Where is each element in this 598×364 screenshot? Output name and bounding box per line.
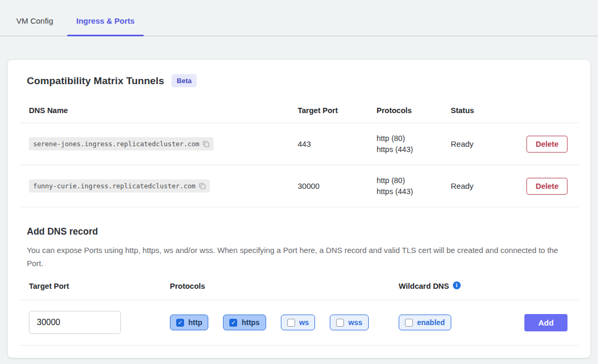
protocol-line: https (443) — [377, 186, 441, 197]
protocol-line: http (80) — [377, 175, 441, 186]
dns-name-text: funny-curie.ingress.replicatedcluster.co… — [33, 182, 196, 190]
table-row: serene-jones.ingress.replicatedcluster.c… — [19, 123, 579, 165]
table-header-row: DNS Name Target Port Protocols Status — [19, 98, 579, 123]
target-port-cell — [19, 311, 160, 334]
status-cell: Ready — [441, 139, 515, 148]
protocols-cell: http (80) https (443) — [367, 175, 441, 197]
protocol-checkbox-ws[interactable]: ws — [281, 315, 316, 330]
chip-label: wss — [348, 318, 362, 327]
dns-name-pill: serene-jones.ingress.replicatedcluster.c… — [29, 137, 214, 150]
protocol-checkbox-https[interactable]: https — [223, 315, 266, 330]
protocols-cell: http (80) https (443) — [367, 133, 441, 155]
dns-name-text: serene-jones.ingress.replicatedcluster.c… — [33, 140, 199, 148]
add-button[interactable]: Add — [524, 314, 567, 331]
table-row: funny-curie.ingress.replicatedcluster.co… — [19, 165, 579, 207]
card-header: Compatibility Matrix Tunnels Beta — [8, 60, 590, 87]
status-cell: Ready — [441, 181, 515, 190]
protocol-checkbox-http[interactable]: http — [170, 315, 208, 330]
checkbox-icon — [229, 319, 237, 327]
add-dns-form: Target Port Protocols Wildcard DNS i htt… — [19, 282, 579, 346]
tab-bar: VM Config Ingress & Ports — [0, 0, 598, 36]
dns-name-cell: funny-curie.ingress.replicatedcluster.co… — [19, 179, 288, 193]
dns-name-pill: funny-curie.ingress.replicatedcluster.co… — [29, 179, 210, 193]
checkbox-icon — [405, 319, 413, 327]
target-port-input[interactable] — [29, 311, 121, 334]
protocol-line: https (443) — [377, 144, 441, 155]
copy-icon[interactable] — [199, 183, 206, 189]
card-title: Compatibility Matrix Tunnels — [27, 75, 164, 87]
tunnels-table: DNS Name Target Port Protocols Status se… — [19, 98, 579, 207]
wildcard-dns-label: Wildcard DNS i — [389, 282, 569, 290]
target-port-cell: 443 — [288, 139, 367, 148]
checkbox-icon — [176, 319, 184, 327]
add-dns-record-description: You can expose Ports using http, https, … — [27, 244, 563, 270]
protocols-label: Protocols — [160, 282, 389, 290]
tunnels-card: Compatibility Matrix Tunnels Beta DNS Na… — [7, 59, 591, 358]
checkbox-icon — [287, 319, 295, 327]
protocol-checkbox-group: http https ws wss — [160, 315, 389, 330]
chip-label: enabled — [417, 318, 445, 327]
add-dns-record-title: Add DNS record — [27, 226, 571, 237]
form-labels-row: Target Port Protocols Wildcard DNS i — [19, 282, 579, 300]
column-header-target-port: Target Port — [288, 106, 367, 115]
wildcard-enabled-checkbox[interactable]: enabled — [399, 315, 451, 330]
protocol-checkbox-wss[interactable]: wss — [330, 315, 368, 330]
checkbox-icon — [336, 319, 344, 327]
chip-label: https — [241, 318, 259, 327]
dns-name-cell: serene-jones.ingress.replicatedcluster.c… — [19, 137, 288, 150]
chip-label: ws — [299, 318, 309, 327]
delete-button[interactable]: Delete — [526, 178, 567, 195]
form-inputs-row: http https ws wss enabled — [19, 300, 579, 346]
tab-vm-config[interactable]: VM Config — [7, 16, 62, 36]
target-port-label: Target Port — [19, 282, 160, 290]
column-header-protocols: Protocols — [367, 106, 441, 115]
tab-ingress-ports[interactable]: Ingress & Ports — [67, 16, 144, 36]
delete-button[interactable]: Delete — [526, 136, 567, 153]
beta-badge: Beta — [171, 74, 197, 87]
column-header-status: Status — [441, 106, 515, 115]
column-header-dns-name: DNS Name — [19, 106, 288, 115]
add-button-cell: Add — [515, 314, 579, 331]
actions-cell: Delete — [515, 178, 579, 195]
actions-cell: Delete — [515, 136, 579, 153]
info-icon[interactable]: i — [453, 281, 461, 289]
copy-icon[interactable] — [202, 140, 209, 147]
protocol-line: http (80) — [377, 133, 441, 144]
target-port-cell: 30000 — [288, 181, 367, 190]
chip-label: http — [188, 318, 202, 327]
wildcard-dns-cell: enabled — [389, 315, 515, 330]
